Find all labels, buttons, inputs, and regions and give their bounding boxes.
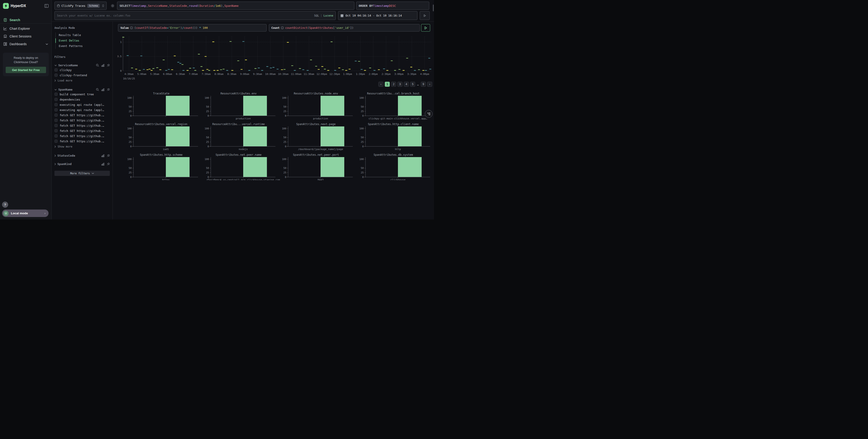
page-button-3[interactable]: 3 xyxy=(398,82,402,87)
filters-panel: Analysis Mode Results TableEvent DeltasE… xyxy=(52,22,113,220)
pin-icon[interactable] xyxy=(107,64,110,67)
filter-option[interactable]: executing api route (app)… xyxy=(55,108,110,112)
svg-text:25: 25 xyxy=(206,171,209,174)
attribute-chart-ResourceAttribu...vercel.runtime[interactable]: ResourceAttribu...vercel.runtime02550100… xyxy=(200,123,277,153)
pin-icon[interactable] xyxy=(107,88,110,91)
filter-option[interactable]: fetch GET https://github.… xyxy=(55,139,110,143)
sidebar-item-dashboards[interactable]: Dashboards xyxy=(0,41,52,47)
filter-option[interactable]: clickpy-frontend xyxy=(55,73,110,78)
checkbox[interactable] xyxy=(55,129,58,132)
load-more-link[interactable]: Load more xyxy=(55,78,110,83)
analysis-mode-event-deltas[interactable]: Event Deltas xyxy=(56,38,110,43)
pin-icon[interactable] xyxy=(107,163,110,166)
analysis-mode-results-table[interactable]: Results Table xyxy=(56,32,110,38)
search-run-button[interactable] xyxy=(420,11,430,20)
show-more-link[interactable]: Show more xyxy=(55,144,110,149)
search-icon[interactable] xyxy=(96,64,99,67)
filter-option[interactable]: fetch GET https://github.… xyxy=(55,113,110,117)
attribute-chart-SpanAttributes.http.scheme[interactable]: SpanAttributes.http.scheme02550100https xyxy=(123,153,199,180)
run-analysis-button[interactable] xyxy=(421,24,430,32)
sidebar-item-client-sessions[interactable]: Client Sessions xyxy=(0,33,52,39)
gear-icon[interactable] xyxy=(111,4,115,8)
filter-group-statuscode[interactable]: StatusCode xyxy=(55,154,110,157)
attribute-chart-TraceState[interactable]: TraceState02550100 xyxy=(123,92,199,123)
filter-option[interactable]: fetch GET https://github.… xyxy=(55,118,110,123)
schema-badge[interactable]: Schema xyxy=(87,4,100,8)
event-deltas-chart[interactable]: 00.514:30am5:00am5:30am6:00am6:30am7:00a… xyxy=(118,34,433,81)
bar-chart-icon[interactable] xyxy=(101,88,104,91)
page-button-9[interactable]: 9 xyxy=(421,82,426,87)
page-button-2[interactable]: 2 xyxy=(391,82,396,87)
checkbox[interactable] xyxy=(55,98,58,101)
local-mode-button[interactable]: U Local mode › xyxy=(2,209,49,217)
date-range-picker[interactable]: Oct 10 04:16:14 - Oct 10 16:16:14 xyxy=(338,11,417,20)
analysis-mode-event-patterns[interactable]: Event Patterns xyxy=(56,43,110,49)
filter-option[interactable]: fetch GET https://github.… xyxy=(55,123,110,128)
sidebar-item-chart-explorer[interactable]: Chart Explorer xyxy=(0,26,52,32)
filter-group-spankind[interactable]: SpanKind xyxy=(55,162,110,166)
checkbox[interactable] xyxy=(55,119,58,122)
pin-icon[interactable] xyxy=(107,154,110,157)
help-button[interactable]: ? xyxy=(2,202,8,208)
attribute-chart-SpanAttributes.net.peer.name[interactable]: SpanAttributes.net.peer.name02550100z5nr… xyxy=(200,153,277,180)
count-expression-input[interactable]: Count countDistinct(SpanAttributes['user… xyxy=(269,24,420,32)
attribute-chart-ResourceAttributes.vercel.region[interactable]: ResourceAttributes.vercel.region02550100… xyxy=(123,123,199,153)
scrollbar-thumb[interactable] xyxy=(433,4,434,11)
filter-option[interactable]: dependencies xyxy=(55,97,110,102)
search-icon[interactable] xyxy=(96,88,99,91)
page-prev-button[interactable]: ‹ xyxy=(378,82,383,87)
checkbox[interactable] xyxy=(55,135,58,138)
attribute-chart-SpanAttributes.http.client.name[interactable]: SpanAttributes.http.client.name02550100h… xyxy=(355,123,432,153)
filter-option[interactable]: fetch GET https://github.… xyxy=(55,134,110,138)
attribute-chart-SpanAttributes.next.page[interactable]: SpanAttributes.next.page02550100/dashboa… xyxy=(278,123,354,153)
bar-chart-icon[interactable] xyxy=(101,64,104,67)
attribute-chart-ResourceAttribu..cel.branch_host[interactable]: ResourceAttribu..cel.branch_host02550100… xyxy=(355,92,432,123)
order-by-input[interactable]: ORDER BY Timestamp DESC xyxy=(356,2,429,10)
value-expression-input[interactable]: Value (countIf(StatusCode='Error')/count… xyxy=(118,24,267,32)
mode-sql[interactable]: SQL xyxy=(314,14,319,17)
filter-group-tools xyxy=(96,64,110,67)
sql-select-input[interactable]: SELECT Timestamp, ServiceName, StatusCod… xyxy=(117,2,354,10)
page-button-4[interactable]: 4 xyxy=(404,82,409,87)
page-button-5[interactable]: 5 xyxy=(410,82,415,87)
filter-group-spanname[interactable]: SpanName xyxy=(55,88,110,91)
filter-fab-button[interactable] xyxy=(425,110,433,118)
attribute-chart-plot: 025501008443 xyxy=(278,153,354,180)
sidebar-item-search[interactable]: Search xyxy=(0,17,52,23)
source-select[interactable]: ClickPy Traces Schema xyxy=(55,2,106,10)
more-filters-button[interactable]: More filters xyxy=(55,171,110,176)
checkbox[interactable] xyxy=(55,93,58,96)
local-mode-label: Local mode xyxy=(11,211,28,215)
svg-text:100: 100 xyxy=(359,158,364,160)
attribute-chart-ResourceAttributes.env[interactable]: ResourceAttributes.env02550100production xyxy=(200,92,277,123)
attribute-chart-ResourceAttributes.node.env[interactable]: ResourceAttributes.node.env02550100produ… xyxy=(278,92,354,123)
attribute-chart-SpanAttributes.net.peer.port[interactable]: SpanAttributes.net.peer.port025501008443 xyxy=(278,153,354,180)
filter-option[interactable]: fetch GET https://github.… xyxy=(55,128,110,133)
checkbox[interactable] xyxy=(55,68,58,71)
sidebar-collapse-icon[interactable] xyxy=(44,4,49,8)
filter-option[interactable]: build component tree xyxy=(55,92,110,96)
get-started-button[interactable]: Get Started for Free xyxy=(6,67,46,73)
page-button-1[interactable]: 1 xyxy=(385,82,390,87)
checkbox[interactable] xyxy=(55,103,58,106)
checkbox[interactable] xyxy=(55,74,58,77)
attribute-chart-SpanAttributes.db.system[interactable]: SpanAttributes.db.system02550100clickhou… xyxy=(355,153,432,180)
checkbox[interactable] xyxy=(55,124,58,127)
checkbox[interactable] xyxy=(55,108,58,112)
page-next-button[interactable]: › xyxy=(427,82,432,87)
mode-lucene[interactable]: Lucene xyxy=(323,14,333,17)
attribute-chart-plot: 02550100clickpy-git-main-clickhouse.verc… xyxy=(355,92,432,119)
filter-group-tools xyxy=(101,154,110,157)
filter-option[interactable]: clickpy xyxy=(55,68,110,72)
chevron-right-icon xyxy=(55,154,56,157)
filter-option[interactable]: executing api route (app)… xyxy=(55,103,110,107)
chevron-down-icon xyxy=(55,65,57,66)
analysis-mode-list: Results TableEvent DeltasEvent Patterns xyxy=(55,32,110,49)
checkbox[interactable] xyxy=(55,140,58,143)
checkbox[interactable] xyxy=(55,114,58,117)
bar-chart-icon[interactable] xyxy=(101,154,104,157)
bar-chart-icon[interactable] xyxy=(101,163,104,166)
search-input[interactable]: Search your events w/ Lucene ex. column:… xyxy=(55,11,336,20)
analysis-mode-label: Analysis Mode xyxy=(55,26,110,30)
filter-group-servicename[interactable]: ServiceName xyxy=(55,64,110,67)
